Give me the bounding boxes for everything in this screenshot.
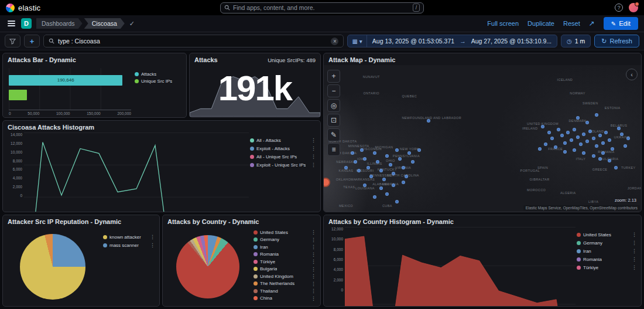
help-icon[interactable]: ? [615, 4, 623, 12]
map-point[interactable] [595, 113, 598, 117]
map-draw-tools-button[interactable]: ✎ [327, 128, 340, 141]
legend-options-icon[interactable]: ⋮ [631, 240, 638, 246]
map-point[interactable] [563, 150, 567, 154]
map-point[interactable] [550, 137, 554, 140]
map-point[interactable] [617, 127, 621, 130]
legend-item-germany[interactable]: Germany⋮ [254, 237, 317, 243]
map-point[interactable] [604, 131, 608, 134]
legend-item-t-rkiye[interactable]: Türkiye⋮ [254, 259, 317, 264]
map-canvas[interactable]: NUNAVUTICELANDNORWAYSWEDENESTONIAQUEBECO… [324, 65, 641, 212]
map-point[interactable] [395, 148, 399, 152]
attacks-line-chart[interactable] [24, 133, 249, 212]
map-point[interactable] [392, 172, 395, 175]
calendar-dropdown-button[interactable]: ▦ ▾ [348, 35, 366, 47]
map-point[interactable] [592, 137, 595, 140]
map-point[interactable] [579, 142, 583, 146]
legend-options-icon[interactable]: ⋮ [310, 137, 317, 143]
country-area-chart[interactable] [345, 227, 576, 307]
legend-item-romania[interactable]: Romania⋮ [254, 252, 317, 257]
map-point[interactable] [373, 195, 376, 199]
map-point[interactable] [363, 157, 366, 161]
legend-options-icon[interactable]: ⋮ [631, 256, 638, 262]
menu-icon[interactable] [6, 18, 16, 29]
map-point[interactable] [595, 144, 598, 148]
legend-options-icon[interactable]: ⋮ [631, 232, 638, 237]
map-point[interactable] [582, 151, 585, 155]
map-point[interactable] [566, 131, 570, 134]
legend-options-icon[interactable]: ⋮ [310, 266, 317, 272]
legend-item-attacks[interactable]: Attacks [135, 72, 183, 77]
map-point[interactable] [357, 169, 361, 172]
map-point[interactable] [601, 151, 605, 155]
attacks-bar-chart[interactable]: 190,646 [9, 68, 131, 110]
map-point[interactable] [573, 148, 576, 152]
reset-button[interactable]: Reset [563, 20, 580, 27]
map-point[interactable] [369, 175, 373, 178]
legend-options-icon[interactable]: ⋮ [310, 229, 317, 235]
map-point[interactable] [363, 184, 366, 187]
map-point[interactable] [585, 140, 589, 143]
map-point[interactable] [614, 166, 618, 169]
legend-options-icon[interactable]: ⋮ [631, 264, 638, 270]
map-point[interactable] [379, 169, 383, 172]
map-point[interactable] [392, 184, 395, 187]
map-point[interactable] [373, 151, 376, 155]
map-point[interactable] [544, 142, 547, 146]
map-point[interactable] [620, 133, 624, 136]
legend-item-germany[interactable]: Germany⋮ [577, 240, 638, 246]
end-date[interactable]: Aug 27, 2025 @ 01:53:10.9... [466, 38, 557, 45]
legend-item-iran[interactable]: Iran⋮ [254, 244, 317, 250]
country-pie-chart[interactable] [176, 235, 239, 298]
legend-item-exploit-attacks[interactable]: Exploit - Attacks⋮ [250, 145, 317, 151]
map-point[interactable] [385, 192, 389, 196]
map-point[interactable] [547, 131, 551, 134]
map-point[interactable] [624, 144, 627, 148]
map-point[interactable] [598, 134, 602, 137]
map-point[interactable] [385, 154, 389, 158]
legend-item-known-attacker[interactable]: known attacker⋮ [103, 234, 156, 240]
map-point[interactable] [402, 166, 405, 169]
map-point[interactable] [592, 154, 595, 158]
map-layers-button[interactable]: ≡ [327, 143, 340, 156]
edit-button[interactable]: ✎ Edit [604, 17, 638, 30]
map-point[interactable] [354, 160, 357, 164]
legend-options-icon[interactable]: ⋮ [149, 242, 156, 248]
map-point[interactable] [570, 138, 573, 142]
map-point[interactable] [576, 116, 580, 120]
legend-item-all-unique-src-ips[interactable]: All - Unique Src IPs⋮ [250, 154, 317, 159]
legend-options-icon[interactable]: ⋮ [310, 259, 317, 264]
legend-item-thailand[interactable]: Thailand⋮ [254, 288, 317, 294]
legend-options-icon[interactable]: ⋮ [310, 244, 317, 250]
map-legend-collapse-button[interactable]: ‹ [626, 69, 638, 80]
share-icon[interactable]: ↗ [589, 19, 595, 28]
bar-unique-src-ips[interactable] [9, 90, 27, 100]
user-avatar[interactable] [629, 3, 638, 12]
map-point[interactable] [379, 186, 383, 190]
legend-item-the-netherlands[interactable]: The Netherlands⋮ [254, 281, 317, 287]
duplicate-button[interactable]: Duplicate [527, 20, 554, 27]
filter-menu-button[interactable] [5, 35, 20, 47]
legend-item-iran[interactable]: Iran⋮ [577, 248, 638, 254]
map-point[interactable] [382, 178, 386, 181]
bar-attacks[interactable]: 190,646 [9, 75, 122, 86]
map-point[interactable] [573, 128, 576, 131]
map-point[interactable] [417, 148, 421, 152]
elastic-home-link[interactable]: elastic [6, 4, 40, 12]
legend-options-icon[interactable]: ⋮ [310, 145, 317, 151]
legend-item-united-states[interactable]: United States⋮ [254, 229, 317, 235]
legend-item-exploit-unique-src-ips[interactable]: Exploit - Unique Src IPs⋮ [250, 162, 317, 168]
map-point[interactable] [427, 119, 430, 123]
map-point[interactable] [405, 175, 408, 178]
map-set-view-button[interactable]: ◎ [327, 99, 340, 112]
map-point[interactable] [585, 121, 589, 124]
global-search-input[interactable]: Find apps, content, and more. / [220, 2, 424, 13]
map-point[interactable] [608, 159, 611, 162]
map-point[interactable] [344, 166, 348, 169]
legend-item-mass-scanner[interactable]: mass scanner⋮ [103, 242, 156, 248]
reputation-pie-chart[interactable] [20, 234, 85, 300]
legend-options-icon[interactable]: ⋮ [310, 154, 317, 159]
map-point[interactable] [598, 157, 602, 161]
map-point[interactable] [576, 135, 580, 139]
map-point[interactable] [560, 134, 564, 137]
start-date[interactable]: Aug 13, 2025 @ 01:53:05.371 [367, 38, 460, 45]
